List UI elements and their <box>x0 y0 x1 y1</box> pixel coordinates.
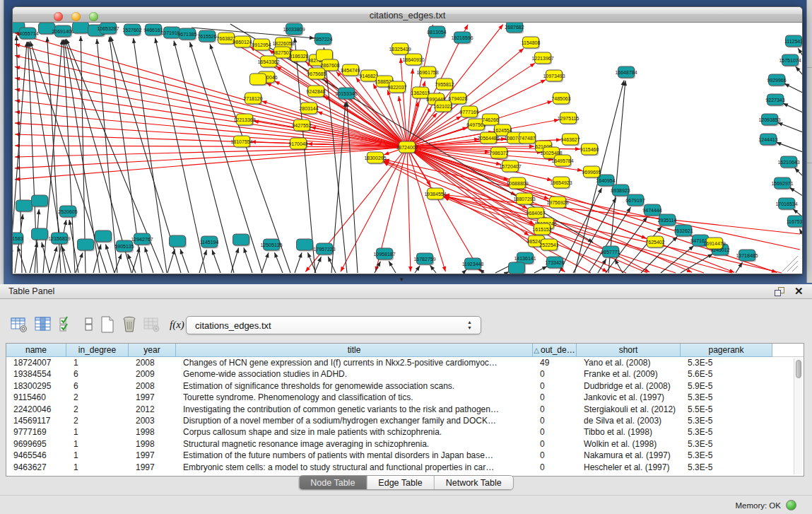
graph-node-label: 1167533 <box>787 219 802 224</box>
table-panel: Table Panel ✕ f(x) citations_edges.txt ▲… <box>0 284 812 514</box>
scrollbar-thumb[interactable] <box>796 360 801 378</box>
column-header-in_degree[interactable]: in_degree <box>66 344 129 357</box>
column-header-year[interactable]: year <box>129 344 176 357</box>
column-header-pagerank[interactable]: pagerank <box>681 344 772 357</box>
table-cell: Changes of HCN gene expression and I(f) … <box>176 357 533 368</box>
table-cell: 0 <box>533 404 577 415</box>
graph-node-label: 1244413 <box>758 137 777 142</box>
graph-node[interactable] <box>32 195 48 206</box>
background-window-edge[interactable] <box>806 0 812 283</box>
canvas-resize-grip[interactable] <box>787 261 798 271</box>
table-cell: 6 <box>66 368 129 380</box>
graph-node-label: 9684067 <box>526 211 545 216</box>
table-cell: Estimation of significance thresholds fo… <box>176 380 533 392</box>
close-panel-icon[interactable]: ✕ <box>794 285 804 298</box>
network-canvas[interactable]: 1405571420691406106532871527602946616110… <box>13 23 802 274</box>
black-edge <box>347 102 358 273</box>
graph-node-label: 391583 <box>13 236 23 241</box>
edge-arrowhead <box>461 269 466 274</box>
graph-node[interactable] <box>509 262 525 274</box>
table-cell: 9777169 <box>6 426 66 438</box>
graph-node-label: 20564486 <box>477 136 499 141</box>
column-header-name[interactable]: name <box>6 344 66 357</box>
graph-node[interactable] <box>297 239 313 250</box>
table-row[interactable]: 2242004622012Investigating the contribut… <box>6 404 804 415</box>
control-panel-edge[interactable] <box>0 0 4 284</box>
table-row[interactable]: 946362711997Embryonic stem cells: a mode… <box>6 462 804 473</box>
edge-arrowhead <box>408 267 413 271</box>
graph-node-label: 9860124 <box>233 40 252 45</box>
red-edge <box>407 147 411 271</box>
column-header-title[interactable]: title <box>176 344 533 357</box>
memory-status-indicator[interactable] <box>786 500 796 510</box>
graph-node[interactable] <box>78 239 94 250</box>
table-row[interactable]: 1872400712008Changes of HCN gene express… <box>6 357 804 368</box>
graph-node[interactable] <box>16 200 33 211</box>
tab-network-table[interactable]: Network Table <box>435 476 513 489</box>
table-cell: 1 <box>66 462 129 473</box>
edge-arrowhead <box>541 80 546 84</box>
new-table-icon[interactable] <box>98 315 118 335</box>
edge-arrowhead <box>317 112 323 115</box>
graph-node-label: 19218596 <box>451 35 473 40</box>
canvas-resize-grip[interactable] <box>792 266 798 271</box>
graph-node[interactable] <box>233 234 249 245</box>
edge-arrowhead <box>154 38 158 43</box>
splitter-collapse-arrow[interactable]: ▾ <box>400 276 404 283</box>
table-row[interactable]: 969969511998Structural magnetic resonanc… <box>6 438 804 450</box>
graph-node-label: 15720407 <box>499 164 521 169</box>
header-filler <box>772 344 804 357</box>
edge-arrowhead <box>798 48 802 53</box>
table-cell: Genome-wide association studies in ADHD. <box>176 368 533 380</box>
edge-arrowhead <box>132 38 136 43</box>
table-cell: 5.3E-5 <box>681 392 772 403</box>
table-row[interactable]: 946554611997Estimation of the future num… <box>6 450 804 461</box>
table-row[interactable]: 1456911722003Disruption of a novel membe… <box>6 415 804 426</box>
window-titlebar[interactable]: citations_edges.txt <box>13 7 802 23</box>
edge-arrowhead <box>37 209 41 214</box>
network-view-window: citations_edges.txt 14055714206914061065… <box>12 6 803 274</box>
graph-node-label: 12213363 <box>233 117 255 122</box>
edge-arrowhead <box>543 195 549 199</box>
graph-node-label: 12505135 <box>260 243 282 247</box>
table-row[interactable]: 977716911998Corpus callosum shape and si… <box>6 426 804 438</box>
graph-node[interactable] <box>250 74 266 85</box>
graph-node-label: 18724007 <box>396 145 418 150</box>
tab-node-table[interactable]: Node Table <box>299 476 367 489</box>
graph-node[interactable] <box>95 230 112 242</box>
table-row[interactable]: 1830029562008Estimation of significance … <box>6 380 804 392</box>
table-settings-icon[interactable] <box>10 315 30 335</box>
graph-node-label: 19756928 <box>546 200 568 205</box>
float-panel-icon[interactable] <box>775 287 786 297</box>
edge-arrowhead <box>64 220 67 225</box>
edge-arrowhead <box>504 271 510 274</box>
column-select-icon[interactable] <box>34 315 54 335</box>
graph-node-label: 9115460 <box>580 147 599 152</box>
graph-node[interactable] <box>73 23 89 33</box>
rows-icon[interactable] <box>80 315 100 335</box>
import-table-disabled-icon <box>143 315 163 335</box>
table-cell: 9699695 <box>6 438 66 450</box>
table-scrollbar[interactable] <box>794 358 802 474</box>
graph-node-label: 17016534 <box>775 201 797 206</box>
edge-arrowhead <box>530 63 535 67</box>
column-header-short[interactable]: short <box>577 344 681 357</box>
delete-table-icon[interactable] <box>120 315 140 335</box>
row-select-checks-icon[interactable] <box>58 315 78 335</box>
column-header-out_de[interactable]: △out_de… <box>533 344 577 357</box>
table-panel-header[interactable]: Table Panel ✕ <box>0 284 812 299</box>
graph-node[interactable] <box>170 235 186 247</box>
tab-edge-table[interactable]: Edge Table <box>367 476 434 489</box>
edge-arrowhead <box>442 267 446 272</box>
table-cell: 1 <box>66 438 129 450</box>
edge-arrowhead <box>61 246 65 252</box>
graph-node-label: 8938923 <box>611 188 630 193</box>
table-row[interactable]: 911546021997Tourette syndrome. Phenomeno… <box>6 392 804 403</box>
graph-node[interactable] <box>32 228 48 240</box>
table-selector-dropdown[interactable]: citations_edges.txt ▲▼ <box>186 316 481 334</box>
edge-arrowhead <box>204 250 207 255</box>
graph-node-label: 18807293 <box>513 197 535 201</box>
table-cell: Yano et al. (2008) <box>577 357 681 368</box>
table-row[interactable]: 1938455462009Genome-wide association stu… <box>6 368 804 380</box>
graph-node-label: 9427552 <box>292 123 311 128</box>
